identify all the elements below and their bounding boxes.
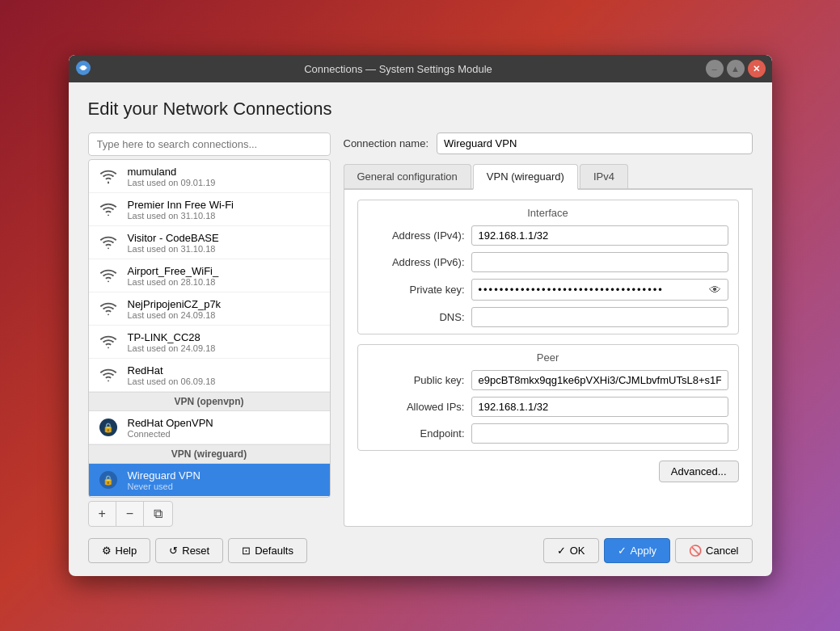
- private-key-label: Private key:: [368, 284, 465, 296]
- public-key-input[interactable]: [471, 370, 728, 390]
- ipv4-addr-input[interactable]: [471, 225, 728, 246]
- show-private-key-button[interactable]: 👁: [703, 280, 728, 300]
- conn-sub: Never used: [128, 482, 201, 491]
- conn-name: Premier Inn Free Wi-Fi: [128, 199, 234, 211]
- wifi-icon: [97, 297, 120, 320]
- vpn-icon: 🔒: [97, 416, 120, 439]
- list-item[interactable]: Premier Inn Free Wi-Fi Last used on 31.1…: [89, 193, 330, 226]
- conn-name: RedHat: [128, 364, 216, 376]
- remove-connection-button[interactable]: −: [116, 502, 144, 526]
- conn-name: TP-LINK_CC28: [128, 331, 216, 343]
- cancel-button[interactable]: 🚫 Cancel: [675, 538, 752, 563]
- bottom-bar: ⚙ Help ↺ Reset ⊡ Defaults ✓ OK ✓: [88, 538, 753, 563]
- ipv4-addr-label: Address (IPv4):: [368, 229, 465, 242]
- conn-sub: Last used on 24.09.18: [128, 343, 216, 353]
- public-key-label: Public key:: [368, 374, 465, 386]
- svg-point-5: [108, 247, 109, 249]
- dns-input[interactable]: [471, 307, 728, 327]
- list-item[interactable]: TP-LINK_CC28 Last used on 24.09.18: [89, 326, 330, 359]
- ok-icon: ✓: [557, 545, 566, 557]
- section-separator-wireguard: VPN (wireguard): [89, 444, 330, 464]
- private-key-input[interactable]: [472, 280, 703, 299]
- interface-section: Interface Address (IPv4): Address (IPv6)…: [357, 200, 739, 334]
- defaults-icon: ⊡: [242, 545, 251, 557]
- reset-button[interactable]: ↺ Reset: [155, 538, 223, 563]
- conn-info: RedHat OpenVPN Connected: [128, 417, 213, 439]
- list-item[interactable]: RedHat Last used on 06.09.18: [89, 359, 330, 392]
- conn-info: mumuland Last used on 09.01.19: [128, 166, 216, 187]
- wifi-icon: [97, 364, 120, 386]
- tab-general[interactable]: General configuration: [344, 164, 471, 188]
- add-connection-button[interactable]: +: [89, 502, 116, 526]
- conn-sub: Last used on 28.10.18: [128, 277, 219, 287]
- connection-name-row: Connection name:: [344, 133, 753, 154]
- wifi-icon: [97, 165, 120, 187]
- tab-ipv4[interactable]: IPv4: [580, 164, 628, 188]
- tab-vpn-wireguard[interactable]: VPN (wireguard): [473, 164, 578, 190]
- form-row-allowed-ips: Allowed IPs:: [368, 397, 728, 417]
- right-panel: Connection name: General configuration V…: [344, 133, 753, 527]
- peer-section-title: Peer: [368, 351, 728, 364]
- svg-point-1: [81, 65, 86, 70]
- dns-label: DNS:: [368, 311, 465, 323]
- allowed-ips-input[interactable]: [471, 397, 728, 417]
- list-item[interactable]: Airport_Free_WiFi_ Last used on 28.10.18: [89, 259, 330, 292]
- list-actions: + − ⧉: [88, 501, 174, 527]
- wifi-icon: [97, 198, 120, 221]
- help-button[interactable]: ⚙ Help: [88, 538, 151, 563]
- conn-info: Premier Inn Free Wi-Fi Last used on 31.1…: [128, 199, 234, 221]
- main-window: Connections — System Settings Module – ▲…: [69, 55, 772, 576]
- list-item[interactable]: Visitor - CodeBASE Last used on 31.10.18: [89, 226, 330, 259]
- allowed-ips-label: Allowed IPs:: [368, 401, 465, 413]
- settings-connection-button[interactable]: ⧉: [144, 502, 172, 526]
- form-row-dns: DNS:: [368, 307, 728, 327]
- reset-icon: ↺: [169, 545, 178, 557]
- svg-point-9: [108, 380, 109, 381]
- ipv6-addr-label: Address (IPv6):: [368, 256, 465, 268]
- ipv6-addr-input[interactable]: [471, 252, 728, 272]
- conn-sub: Connected: [128, 429, 213, 439]
- conn-info: Wireguard VPN Never used: [128, 469, 201, 491]
- conn-info: RedHat Last used on 06.09.18: [128, 364, 216, 386]
- maximize-button[interactable]: ▲: [727, 60, 745, 78]
- list-item[interactable]: 🔒 RedHat OpenVPN Connected: [89, 411, 330, 444]
- svg-point-7: [108, 313, 109, 315]
- page-title: Edit your Network Connections: [88, 99, 753, 120]
- connection-name-input[interactable]: [437, 133, 752, 154]
- interface-section-title: Interface: [368, 207, 728, 219]
- endpoint-label: Endpoint:: [368, 427, 465, 440]
- close-button[interactable]: ✕: [748, 60, 766, 78]
- wifi-icon: [97, 330, 120, 353]
- advanced-button[interactable]: Advanced...: [659, 461, 739, 482]
- form-row-endpoint: Endpoint:: [368, 423, 728, 444]
- peer-section: Peer Public key: Allowed IPs: Endpoint:: [357, 344, 739, 451]
- bottom-right: ✓ OK ✓ Apply 🚫 Cancel: [543, 538, 753, 563]
- window-content: Edit your Network Connections: [69, 82, 772, 576]
- tabs: General configuration VPN (wireguard) IP…: [344, 164, 753, 190]
- left-panel: mumuland Last used on 09.01.19: [88, 133, 331, 527]
- conn-sub: Last used on 31.10.18: [128, 244, 219, 254]
- tab-content: Interface Address (IPv4): Address (IPv6)…: [344, 190, 753, 527]
- conn-name: NejPripojeniCZ_p7k: [128, 298, 222, 310]
- ok-button[interactable]: ✓ OK: [543, 538, 599, 563]
- list-item[interactable]: mumuland Last used on 09.01.19: [89, 160, 330, 193]
- apply-button[interactable]: ✓ Apply: [604, 538, 671, 563]
- vpn-icon: 🔒: [97, 469, 120, 491]
- search-input[interactable]: [88, 133, 331, 156]
- minimize-button[interactable]: –: [706, 60, 724, 78]
- form-row-ipv4-addr: Address (IPv4):: [368, 225, 728, 246]
- main-layout: mumuland Last used on 09.01.19: [88, 133, 753, 527]
- titlebar: Connections — System Settings Module – ▲…: [69, 55, 772, 82]
- form-row-ipv6-addr: Address (IPv6):: [368, 252, 728, 272]
- list-item-selected[interactable]: 🔒 Wireguard VPN Never used: [89, 464, 330, 497]
- titlebar-icon: [75, 60, 91, 78]
- bottom-left: ⚙ Help ↺ Reset ⊡ Defaults: [88, 538, 307, 563]
- conn-name: Airport_Free_WiFi_: [128, 265, 219, 277]
- endpoint-input[interactable]: [471, 423, 728, 444]
- apply-icon: ✓: [618, 545, 627, 557]
- form-row-public-key: Public key:: [368, 370, 728, 390]
- cancel-icon: 🚫: [689, 545, 702, 557]
- private-key-wrapper: 👁: [471, 279, 728, 301]
- defaults-button[interactable]: ⊡ Defaults: [228, 538, 307, 563]
- list-item[interactable]: NejPripojeniCZ_p7k Last used on 24.09.18: [89, 292, 330, 326]
